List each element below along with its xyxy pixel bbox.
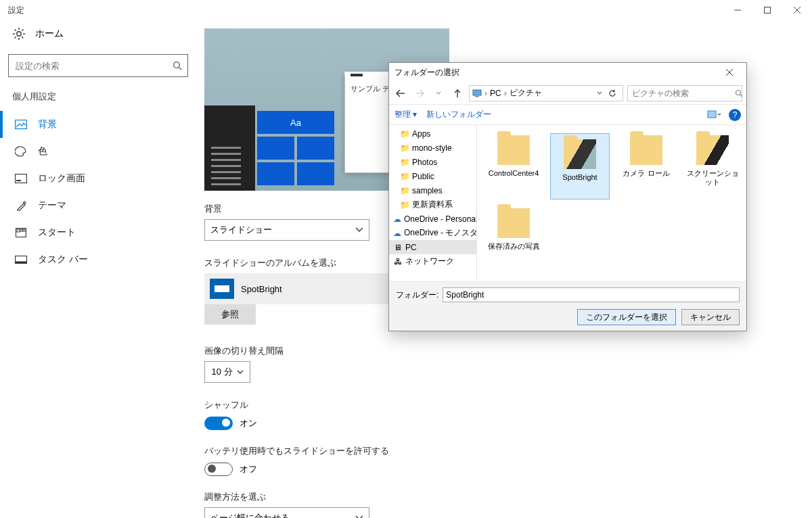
svg-line-10 [22,37,23,38]
folder-picker-dialog: フォルダーの選択 › PC › ピクチャ 整理 ▾ 新しいフォルダー ? [388,62,747,331]
view-options-button[interactable] [707,110,722,120]
sidebar-item-taskbar[interactable]: タスク バー [0,246,196,273]
battery-toggle[interactable] [204,463,233,476]
folder-icon [692,131,733,168]
new-folder-button[interactable]: 新しいフォルダー [426,109,491,120]
window-close-button[interactable] [782,0,812,20]
dialog-search-box[interactable] [627,85,742,101]
search-icon [173,61,182,70]
folder-item[interactable]: カメラ ロール [616,129,676,195]
svg-rect-30 [475,96,479,97]
fit-select[interactable]: ページ幅に合わせる [204,507,369,518]
svg-line-9 [15,30,16,31]
nav-recent-dropdown[interactable] [431,86,446,101]
interval-select[interactable]: 10 分 [204,361,250,383]
sidebar-item-colors[interactable]: 色 [0,138,196,165]
folder-icon: 📁 [400,129,409,139]
shuffle-toggle[interactable] [204,417,233,430]
battery-label: バッテリ使用時でもスライドショーを許可する [204,445,805,457]
chevron-down-icon [355,227,363,233]
folder-name-input[interactable] [443,287,740,302]
palette-icon [15,145,27,158]
browse-button[interactable]: 参照 [204,304,256,325]
svg-point-4 [17,32,21,36]
background-type-select[interactable]: スライドショー [204,219,369,241]
tree-item[interactable]: 📁Photos [389,155,476,169]
onedrive-icon: ☁ [393,229,401,238]
folder-list[interactable]: ControlCenter4 SpotBright カメラ ロール スクリーンシ… [477,125,746,281]
svg-rect-1 [765,7,771,14]
onedrive-icon: ☁ [393,214,401,224]
lock-screen-icon [15,172,27,185]
svg-rect-33 [708,111,716,118]
folder-icon: 📁 [400,143,409,153]
sidebar-item-themes[interactable]: テーマ [0,192,196,219]
tree-item[interactable]: ☁OneDrive - Personal [389,212,476,226]
sidebar-item-start[interactable]: スタート [0,219,196,246]
nav-tree[interactable]: 📁Apps 📁mono-style 📁Photos 📁Public 📁sampl… [389,125,477,281]
sidebar-item-label: 背景 [38,118,57,131]
svg-line-14 [179,67,181,70]
picture-icon [15,118,27,131]
svg-point-31 [736,90,741,95]
sidebar-item-background[interactable]: 背景 [0,111,196,138]
home-label: ホーム [35,28,64,40]
dialog-search-input[interactable] [631,88,735,99]
tree-item[interactable]: ☁OneDrive - モノスタ [389,226,476,240]
svg-rect-19 [17,229,20,232]
sidebar-item-lockscreen[interactable]: ロック画面 [0,165,196,192]
breadcrumb-separator-icon: › [484,89,487,98]
breadcrumb-separator-icon: › [504,89,507,98]
refresh-icon[interactable] [605,89,620,97]
sidebar-item-label: スタート [38,227,76,239]
tree-item[interactable]: 📁mono-style [389,141,476,155]
help-icon[interactable]: ? [729,109,741,121]
gear-icon [12,27,26,41]
album-name: SpotBright [241,284,282,294]
nav-back-button[interactable] [393,86,408,101]
tree-item[interactable]: 🖥PC [389,240,476,254]
folder-icon: 📁 [400,186,409,195]
folder-icon [626,131,667,168]
folder-field-label: フォルダー: [396,289,438,301]
shuffle-state: オン [240,417,257,429]
select-folder-button[interactable]: このフォルダーを選択 [577,309,676,325]
shuffle-label: シャッフル [204,399,805,411]
nav-up-button[interactable] [450,86,465,101]
folder-icon [493,204,534,241]
interval-label: 画像の切り替え間隔 [204,345,805,357]
svg-point-13 [174,62,180,68]
svg-rect-17 [16,180,21,181]
preview-tile-large: Aa [257,111,334,134]
folder-icon: 📁 [400,172,409,181]
folder-item[interactable]: ControlCenter4 [484,129,543,195]
address-bar[interactable]: › PC › ピクチャ [469,85,623,101]
home-button[interactable]: ホーム [0,20,196,50]
svg-rect-29 [473,90,481,95]
folder-item[interactable]: SpotBright [550,133,610,199]
folder-thumbnail-icon [210,279,234,299]
organize-menu[interactable]: 整理 ▾ [394,109,417,120]
settings-search-input[interactable] [14,60,173,72]
nav-forward-button[interactable] [412,86,427,101]
window-maximize-button[interactable] [752,0,782,20]
sidebar-item-label: 色 [38,145,47,158]
breadcrumb-segment[interactable]: PC [490,89,501,98]
tree-item[interactable]: 📁Apps [389,126,476,141]
cancel-button[interactable]: キャンセル [681,309,740,325]
folder-item[interactable]: スクリーンショット [683,129,742,195]
breadcrumb-segment[interactable]: ピクチャ [510,87,542,99]
dialog-title: フォルダーの選択 [394,67,459,78]
settings-search-box[interactable] [8,54,188,77]
sidebar-item-label: タスク バー [38,254,88,266]
dialog-close-button[interactable] [718,64,741,80]
pc-icon: 🖥 [393,243,403,252]
svg-line-11 [22,30,23,31]
tree-item[interactable]: 📁Public [389,169,476,183]
folder-item[interactable]: 保存済みの写真 [484,202,543,268]
chevron-down-icon[interactable] [597,91,602,95]
tree-item[interactable]: 📁samples [389,183,476,197]
window-minimize-button[interactable] [723,0,752,20]
tree-item[interactable]: 📁更新資料系 [389,197,476,212]
tree-item[interactable]: 🖧ネットワーク [389,254,476,268]
